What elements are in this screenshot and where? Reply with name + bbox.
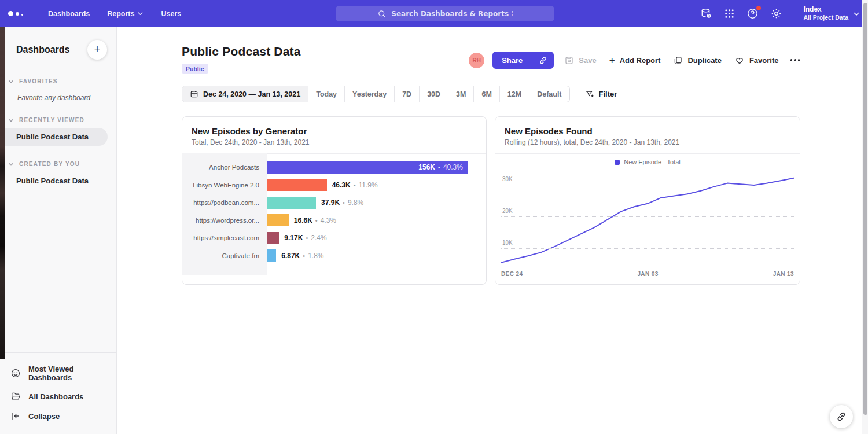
- scrollbar-thumb[interactable]: [863, 3, 867, 415]
- main-content: Public Podcast Data Public RH Share Save: [117, 27, 868, 434]
- card-subtitle: Rolling (12 hours), total, Dec 24th, 202…: [505, 138, 790, 146]
- bar-podbean[interactable]: [267, 197, 316, 209]
- save-icon: [564, 56, 574, 65]
- card-new-episodes-found[interactable]: New Episodes Found Rolling (12 hours), t…: [495, 116, 800, 285]
- x-label-jan13: JAN 13: [773, 271, 794, 277]
- add-report-button[interactable]: Add Report: [607, 56, 663, 65]
- bar-simplecast[interactable]: [267, 232, 279, 244]
- floating-copy-link-button[interactable]: [830, 405, 853, 428]
- global-search[interactable]: [336, 6, 554, 21]
- bar-row[interactable]: https://simplecast.com 9.17K•2.4%: [182, 229, 486, 247]
- settings-gear-icon[interactable]: [770, 8, 782, 20]
- apps-grid-icon[interactable]: [724, 8, 735, 19]
- date-range-button[interactable]: Dec 24, 2020 — Jan 13, 2021: [182, 86, 308, 102]
- avatar[interactable]: RH: [469, 53, 484, 68]
- sidebar-item-public-podcast-data[interactable]: Public Podcast Data: [0, 128, 108, 146]
- bar-row[interactable]: Captivate.fm 6.87K•1.8%: [182, 247, 486, 265]
- bar-percent: 1.8%: [308, 252, 323, 260]
- preset-12m[interactable]: 12M: [499, 86, 529, 102]
- x-label-jan03: JAN 03: [637, 271, 658, 277]
- help-icon[interactable]: [746, 8, 759, 20]
- card-new-episodes-by-generator[interactable]: New Episodes by Generator Total, Dec 24t…: [182, 116, 487, 285]
- most-viewed-dashboards-label: Most Viewed Dashboards: [28, 365, 116, 382]
- folder-icon: [10, 391, 21, 402]
- preset-30d[interactable]: 30D: [419, 86, 448, 102]
- bar-row[interactable]: Libsyn WebEngine 2.0 46.3K•11.9%: [182, 176, 486, 194]
- page-title: Public Podcast Data: [182, 45, 301, 58]
- share-button[interactable]: Share: [492, 52, 532, 69]
- project-name: Index: [803, 5, 848, 14]
- section-created-by-you-label: CREATED BY YOU: [19, 161, 80, 167]
- bar-category-label: https://podbean.com...: [182, 199, 267, 206]
- bar-category-label: Libsyn WebEngine 2.0: [182, 182, 267, 189]
- duplicate-label: Duplicate: [687, 56, 722, 65]
- nav-reports[interactable]: Reports: [98, 0, 152, 27]
- save-button[interactable]: Save: [562, 56, 598, 65]
- bar-value: 156K: [418, 163, 435, 171]
- save-label: Save: [579, 56, 596, 65]
- bar-percent: 11.9%: [359, 181, 378, 189]
- top-navigation-bar: Dashboards Reports Users Index All: [0, 0, 868, 27]
- section-created-by-you[interactable]: CREATED BY YOU: [0, 161, 116, 167]
- line-chart-plot[interactable]: 30K 20K 10K: [501, 170, 794, 267]
- bar-row[interactable]: https://podbean.com... 37.9K•9.8%: [182, 194, 486, 212]
- legend-label: New Episode - Total: [624, 159, 681, 165]
- nav-users[interactable]: Users: [152, 0, 190, 27]
- preset-3m[interactable]: 3M: [448, 86, 473, 102]
- favorite-button[interactable]: Favorite: [732, 55, 781, 65]
- add-dashboard-button[interactable]: [87, 40, 107, 60]
- plus-icon: [609, 56, 615, 65]
- gridline-30k: [501, 185, 794, 185]
- bar-row[interactable]: https://wordpress.or... 16.6K•4.3%: [182, 212, 486, 230]
- all-dashboards-button[interactable]: All Dashboards: [0, 387, 116, 406]
- bar-value: 37.9K: [321, 198, 340, 207]
- search-input[interactable]: [391, 10, 513, 18]
- share-button-group: Share: [492, 52, 554, 69]
- bar-anchor-podcasts[interactable]: 156K•40.3%: [267, 161, 468, 174]
- bar-libsyn[interactable]: [267, 179, 327, 191]
- project-subtitle: All Project Data: [803, 14, 848, 21]
- bar-percent: 9.8%: [348, 198, 363, 207]
- filter-button[interactable]: Filter: [585, 90, 617, 99]
- most-viewed-dashboards-button[interactable]: Most Viewed Dashboards: [0, 360, 116, 387]
- nav-users-label: Users: [161, 10, 181, 18]
- bar-row[interactable]: Anchor Podcasts 156K•40.3%: [182, 159, 486, 176]
- bar-percent: 4.3%: [321, 216, 336, 225]
- bar-category-label: https://wordpress.or...: [182, 217, 267, 224]
- data-management-icon[interactable]: [700, 8, 712, 20]
- search-icon: [377, 9, 387, 19]
- all-dashboards-label: All Dashboards: [28, 392, 83, 401]
- collapse-icon: [10, 411, 21, 421]
- public-badge: Public: [182, 64, 208, 74]
- duplicate-button[interactable]: Duplicate: [671, 56, 724, 65]
- bar-chart: Anchor Podcasts 156K•40.3% Libsyn WebEng…: [182, 154, 486, 275]
- preset-6m[interactable]: 6M: [473, 86, 499, 102]
- favorite-label: Favorite: [749, 56, 779, 65]
- nav-dashboards[interactable]: Dashboards: [39, 0, 98, 27]
- more-options-button[interactable]: [789, 56, 801, 65]
- page-scrollbar[interactable]: [862, 0, 868, 434]
- section-recently-viewed[interactable]: RECENTLY VIEWED: [0, 117, 116, 123]
- bar-value: 9.17K: [284, 234, 303, 242]
- section-favorites[interactable]: FAVORITES: [0, 78, 116, 84]
- preset-yesterday[interactable]: Yesterday: [344, 86, 394, 102]
- bar-wordpress[interactable]: [267, 214, 289, 226]
- sidebar: Dashboards FAVORITES Favorite any dashbo…: [0, 27, 117, 434]
- bar-category-label: Anchor Podcasts: [182, 164, 267, 171]
- share-link-button[interactable]: [532, 52, 554, 69]
- preset-default[interactable]: Default: [529, 86, 569, 102]
- mixpanel-logo[interactable]: [8, 11, 23, 16]
- chevron-down-icon: [8, 117, 14, 123]
- sidebar-item-public-podcast-data-created[interactable]: Public Podcast Data: [0, 172, 116, 190]
- collapse-sidebar-button[interactable]: Collapse: [0, 406, 116, 426]
- chevron-down-icon: [8, 79, 14, 84]
- date-range-label: Dec 24, 2020 — Jan 13, 2021: [203, 90, 300, 98]
- sidebar-title: Dashboards: [16, 45, 69, 55]
- project-selector[interactable]: Index All Project Data: [803, 5, 860, 21]
- bar-value: 6.87K: [281, 252, 300, 260]
- preset-7d[interactable]: 7D: [394, 86, 419, 102]
- preset-today[interactable]: Today: [308, 86, 344, 102]
- bar-captivate[interactable]: [267, 249, 276, 262]
- section-favorites-label: FAVORITES: [19, 78, 58, 84]
- chevron-down-icon: [8, 161, 14, 167]
